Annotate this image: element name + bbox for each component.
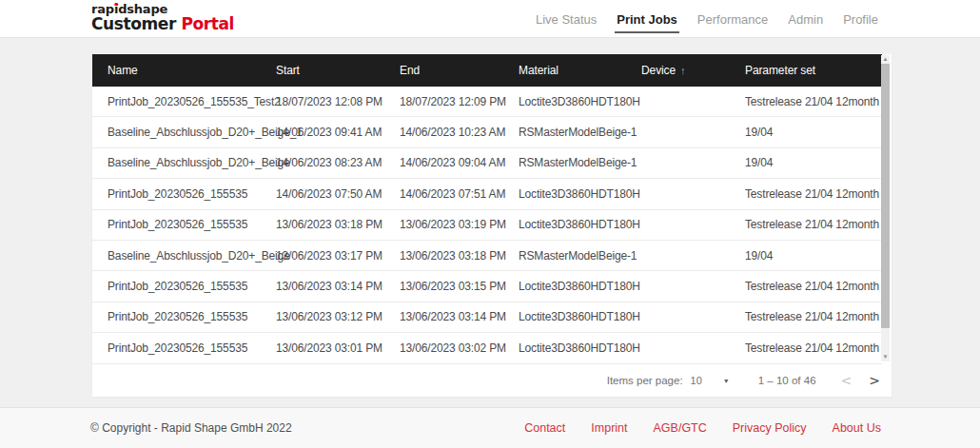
- cell-end: 13/06/2023 03:14 PM: [400, 310, 519, 323]
- column-header-material[interactable]: Material: [519, 64, 641, 77]
- cell-material: RSMasterModelBeige-1: [519, 156, 641, 169]
- brand-logo-portal-red: Portal: [181, 14, 234, 33]
- items-per-page-value: 10: [691, 375, 702, 386]
- cell-name: PrintJob_20230526_155535: [92, 310, 276, 323]
- cell-start: 13/06/2023 03:01 PM: [276, 341, 400, 355]
- cell-material: RSMasterModelBeige-1: [519, 249, 641, 263]
- paginator: Items per page: 10 ▼ 1 – 10 of 46 < >: [92, 364, 892, 397]
- cell-end: 13/06/2023 03:19 PM: [400, 218, 519, 231]
- items-per-page-select[interactable]: 10 ▼: [691, 375, 730, 386]
- cell-end: 18/07/2023 12:09 PM: [400, 95, 519, 108]
- cell-name: PrintJob_20230526_155535: [92, 341, 276, 355]
- main-nav: Live Status Print Jobs Performance Admin…: [534, 0, 880, 38]
- cell-parameter-set: 19/04: [745, 126, 882, 139]
- cell-material: Loctite3D3860HDT180H: [519, 341, 641, 355]
- cell-name: Baseline_Abschlussjob_D20+_Beige: [92, 249, 276, 263]
- cell-parameter-set: Testrelease 21/04 12month: [745, 187, 882, 201]
- footer-link-privacy-policy[interactable]: Privacy Policy: [733, 421, 807, 435]
- cell-start: 18/07/2023 12:08 PM: [276, 95, 400, 108]
- column-header-device[interactable]: Device↑: [641, 64, 745, 77]
- cell-start: 14/06/2023 08:23 AM: [276, 156, 400, 169]
- cell-material: Loctite3D3860HDT180H: [519, 95, 641, 108]
- sort-asc-icon: ↑: [680, 65, 685, 76]
- brand-logo[interactable]: rapidshape Customer Portal: [91, 3, 234, 33]
- footer-link-imprint[interactable]: Imprint: [591, 421, 627, 435]
- footer-link-agb-gtc[interactable]: AGB/GTC: [654, 421, 707, 435]
- table-row[interactable]: PrintJob_20230526_155535_Test2 18/07/202…: [92, 87, 882, 117]
- table-row[interactable]: Baseline_Abschlussjob_D20+_Beige 13/06/2…: [92, 241, 882, 271]
- cell-start: 13/06/2023 03:18 PM: [276, 218, 400, 231]
- table-row[interactable]: PrintJob_20230526_155535 14/06/2023 07:5…: [92, 179, 882, 209]
- cell-parameter-set: Testrelease 21/04 12month: [745, 310, 882, 323]
- cell-name: PrintJob_20230526_155535: [92, 280, 276, 293]
- scrollbar-thumb[interactable]: [881, 64, 890, 328]
- table-row[interactable]: PrintJob_20230526_155535 13/06/2023 03:1…: [92, 302, 882, 333]
- cell-start: 14/06/2023 09:41 AM: [276, 126, 400, 139]
- cell-name: Baseline_Abschlussjob_D20+_Beige_1: [92, 126, 276, 139]
- items-per-page-label: Items per page:: [607, 375, 683, 386]
- cell-material: RSMasterModelBeige-1: [519, 126, 641, 139]
- footer-links: Contact Imprint AGB/GTC Privacy Policy A…: [524, 421, 980, 435]
- footer-link-about-us[interactable]: About Us: [833, 421, 881, 435]
- nav-item-admin[interactable]: Admin: [786, 12, 825, 27]
- nav-item-performance[interactable]: Performance: [696, 12, 770, 27]
- cell-end: 14/06/2023 10:23 AM: [400, 126, 519, 139]
- cell-parameter-set: Testrelease 21/04 12month: [745, 218, 882, 231]
- app-footer: © Copyright - Rapid Shape GmbH 2022 Cont…: [0, 407, 980, 448]
- cell-start: 13/06/2023 03:17 PM: [276, 249, 400, 263]
- copyright-text: © Copyright - Rapid Shape GmbH 2022: [0, 421, 292, 435]
- table-row[interactable]: Baseline_Abschlussjob_D20+_Beige 14/06/2…: [92, 148, 882, 179]
- print-jobs-card: Name Start End Material Device↑ Paramete…: [92, 54, 892, 397]
- column-header-name[interactable]: Name: [92, 64, 276, 77]
- column-header-parameter-set[interactable]: Parameter set: [745, 64, 882, 77]
- cell-parameter-set: 19/04: [745, 249, 882, 263]
- cell-end: 13/06/2023 03:02 PM: [400, 341, 519, 355]
- scrollbar-up-icon[interactable]: ▲: [881, 55, 890, 64]
- cell-end: 14/06/2023 07:51 AM: [400, 187, 519, 201]
- footer-link-contact[interactable]: Contact: [524, 421, 565, 435]
- cell-name: Baseline_Abschlussjob_D20+_Beige: [92, 156, 276, 169]
- paginator-range-label: 1 – 10 of 46: [758, 375, 816, 386]
- table-header-row: Name Start End Material Device↑ Paramete…: [92, 54, 882, 87]
- logo-i-red-dot: i: [114, 2, 118, 16]
- cell-end: 14/06/2023 09:04 AM: [400, 156, 519, 169]
- table-body: PrintJob_20230526_155535_Test2 18/07/202…: [92, 87, 882, 364]
- cell-parameter-set: 19/04: [745, 156, 882, 169]
- scrollbar-down-icon[interactable]: ▼: [881, 353, 890, 361]
- brand-logo-line2: Customer Portal: [91, 15, 234, 33]
- cell-parameter-set: Testrelease 21/04 12month: [745, 341, 882, 355]
- cell-parameter-set: Testrelease 21/04 12month: [745, 280, 882, 293]
- cell-name: PrintJob_20230526_155535: [92, 187, 276, 201]
- next-page-button[interactable]: >: [869, 373, 880, 388]
- column-header-start[interactable]: Start: [276, 64, 400, 77]
- nav-item-profile[interactable]: Profile: [841, 12, 880, 27]
- cell-end: 13/06/2023 03:18 PM: [400, 249, 519, 263]
- dropdown-arrow-icon: ▼: [723, 378, 730, 384]
- cell-material: Loctite3D3860HDT180H: [519, 280, 641, 293]
- cell-end: 13/06/2023 03:15 PM: [400, 280, 519, 293]
- cell-start: 13/06/2023 03:12 PM: [276, 310, 400, 323]
- cell-parameter-set: Testrelease 21/04 12month: [745, 95, 882, 108]
- table-row[interactable]: Baseline_Abschlussjob_D20+_Beige_1 14/06…: [92, 117, 882, 147]
- table-row[interactable]: PrintJob_20230526_155535 13/06/2023 03:1…: [92, 210, 882, 241]
- nav-item-live-status[interactable]: Live Status: [534, 12, 598, 27]
- cell-start: 13/06/2023 03:14 PM: [276, 280, 400, 293]
- app-header: rapidshape Customer Portal Live Status P…: [0, 0, 980, 38]
- cell-start: 14/06/2023 07:50 AM: [276, 187, 400, 201]
- cell-name: PrintJob_20230526_155535_Test2: [92, 95, 276, 108]
- nav-item-print-jobs[interactable]: Print Jobs: [615, 12, 679, 27]
- table-row[interactable]: PrintJob_20230526_155535 13/06/2023 03:0…: [92, 333, 882, 363]
- cell-name: PrintJob_20230526_155535: [92, 218, 276, 231]
- column-header-end[interactable]: End: [400, 64, 519, 77]
- cell-material: Loctite3D3860HDT180H: [519, 310, 641, 323]
- cell-material: Loctite3D3860HDT180H: [519, 218, 641, 231]
- table-row[interactable]: PrintJob_20230526_155535 13/06/2023 03:1…: [92, 271, 882, 302]
- table-scrollbar[interactable]: ▲ ▼: [881, 55, 890, 361]
- previous-page-button[interactable]: <: [841, 373, 853, 388]
- cell-material: Loctite3D3860HDT180H: [519, 187, 641, 201]
